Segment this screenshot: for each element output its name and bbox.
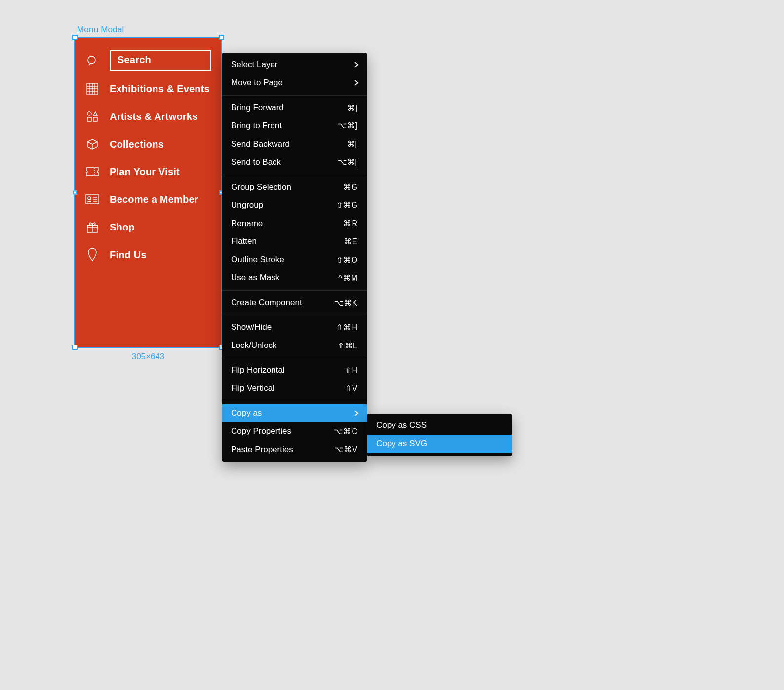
ctx-shortcut: ⇧⌘O bbox=[336, 255, 358, 266]
ctx-item-label: Move to Page bbox=[231, 77, 283, 89]
menu-item-visit[interactable]: Plan Your Visit bbox=[75, 158, 221, 186]
ctx-item-label: Use as Mask bbox=[231, 272, 279, 284]
ctx-bring-forward[interactable]: Bring Forward⌘] bbox=[222, 99, 367, 117]
ctx-shortcut: ^⌘M bbox=[338, 273, 358, 284]
ctx-item-label: Send Backward bbox=[231, 139, 290, 150]
frame-label[interactable]: Menu Modal bbox=[77, 25, 124, 35]
context-menu[interactable]: Select Layer Move to Page Bring Forward⌘… bbox=[222, 53, 367, 462]
ctx-flip-horizontal[interactable]: Flip Horizontal⇧H bbox=[222, 361, 367, 380]
ctx-create-component[interactable]: Create Component⌥⌘K bbox=[222, 294, 367, 312]
chevron-right-icon bbox=[354, 61, 359, 68]
pin-icon bbox=[85, 247, 100, 262]
ctx-section: Flip Horizontal⇧H Flip Vertical⇧V bbox=[222, 358, 367, 401]
ctx-group[interactable]: Group Selection⌘G bbox=[222, 178, 367, 196]
selection-dimensions: 305×643 bbox=[132, 352, 165, 362]
ctx-item-label: Copy as bbox=[231, 408, 262, 419]
ctx-outline-stroke[interactable]: Outline Stroke⇧⌘O bbox=[222, 251, 367, 269]
ctx-send-backward[interactable]: Send Backward⌘[ bbox=[222, 135, 367, 153]
ctx-move-to-page[interactable]: Move to Page bbox=[222, 74, 367, 92]
ctx-item-label: Copy as SVG bbox=[376, 438, 427, 450]
ctx-section: Create Component⌥⌘K bbox=[222, 291, 367, 315]
selection-handle[interactable] bbox=[72, 345, 78, 350]
menu-item-label: Exhibitions & Events bbox=[110, 83, 210, 95]
ctx-shortcut: ⇧⌘H bbox=[336, 322, 358, 333]
menu-item-findus[interactable]: Find Us bbox=[75, 241, 221, 269]
ctx-item-label: Outline Stroke bbox=[231, 254, 284, 266]
ctx-item-label: Copy Properties bbox=[231, 426, 291, 437]
ctx-item-label: Ungroup bbox=[231, 200, 263, 211]
svg-point-17 bbox=[88, 197, 91, 200]
ctx-flip-vertical[interactable]: Flip Vertical⇧V bbox=[222, 380, 367, 398]
ctx-rename[interactable]: Rename⌘R bbox=[222, 215, 367, 233]
svg-marker-10 bbox=[93, 112, 97, 115]
ctx-shortcut: ⌘] bbox=[347, 103, 358, 114]
ctx-item-label: Flip Horizontal bbox=[231, 365, 285, 376]
ctx-lock-unlock[interactable]: Lock/Unlock⇧⌘L bbox=[222, 337, 367, 355]
ctx-item-label: Flatten bbox=[231, 236, 257, 247]
ctx-shortcut: ⇧H bbox=[345, 365, 358, 376]
context-submenu[interactable]: Copy as CSS Copy as SVG bbox=[367, 414, 512, 456]
ctx-bring-to-front[interactable]: Bring to Front⌥⌘] bbox=[222, 117, 367, 135]
ctx-flatten[interactable]: Flatten⌘E bbox=[222, 232, 367, 251]
search-icon bbox=[85, 53, 100, 68]
cube-icon bbox=[85, 137, 100, 152]
chevron-right-icon bbox=[354, 410, 359, 417]
selection-handle[interactable] bbox=[72, 35, 78, 40]
ctx-shortcut: ⌘G bbox=[343, 182, 358, 192]
ctx-shortcut: ⇧V bbox=[345, 383, 358, 394]
ctx-shortcut: ⇧⌘L bbox=[338, 341, 358, 351]
ctx-section: Show/Hide⇧⌘H Lock/Unlock⇧⌘L bbox=[222, 315, 367, 358]
selection-handle[interactable] bbox=[219, 35, 224, 40]
ctx-item-label: Rename bbox=[231, 218, 263, 230]
ctx-item-label: Send to Back bbox=[231, 157, 281, 168]
ctx-section: Copy as Copy Properties⌥⌘C Paste Propert… bbox=[222, 401, 367, 462]
ctx-shortcut: ⌘R bbox=[343, 218, 358, 229]
menu-item-exhibitions[interactable]: Exhibitions & Events bbox=[75, 76, 221, 103]
ctx-use-as-mask[interactable]: Use as Mask^⌘M bbox=[222, 269, 367, 287]
ctx-copy-as[interactable]: Copy as bbox=[222, 404, 367, 422]
ctx-copy-as-svg[interactable]: Copy as SVG bbox=[367, 435, 512, 453]
menu-item-search[interactable]: Search bbox=[75, 47, 221, 76]
svg-rect-11 bbox=[87, 117, 91, 121]
ctx-item-label: Bring Forward bbox=[231, 102, 284, 114]
ctx-copy-properties[interactable]: Copy Properties⌥⌘C bbox=[222, 422, 367, 441]
ctx-item-label: Lock/Unlock bbox=[231, 340, 277, 351]
ctx-paste-properties[interactable]: Paste Properties⌥⌘V bbox=[222, 441, 367, 459]
ctx-copy-as-css[interactable]: Copy as CSS bbox=[367, 417, 512, 435]
menu-item-artists[interactable]: Artists & Artworks bbox=[75, 103, 221, 131]
chevron-right-icon bbox=[354, 79, 359, 86]
menu-item-label: Find Us bbox=[110, 249, 147, 261]
ctx-ungroup[interactable]: Ungroup⇧⌘G bbox=[222, 196, 367, 215]
ctx-item-label: Paste Properties bbox=[231, 444, 293, 456]
menu-item-label: Shop bbox=[110, 222, 135, 233]
idcard-icon bbox=[85, 192, 100, 207]
ctx-shortcut: ⌥⌘K bbox=[334, 298, 358, 308]
menu-item-collections[interactable]: Collections bbox=[75, 131, 221, 158]
menu-item-label: Search bbox=[118, 54, 151, 65]
ctx-section: Group Selection⌘G Ungroup⇧⌘G Rename⌘R Fl… bbox=[222, 175, 367, 291]
ctx-shortcut: ⌥⌘[ bbox=[338, 157, 358, 168]
ctx-item-label: Select Layer bbox=[231, 59, 278, 71]
ctx-item-label: Show/Hide bbox=[231, 322, 272, 333]
ctx-item-label: Bring to Front bbox=[231, 120, 282, 132]
menu-item-member[interactable]: Become a Member bbox=[75, 186, 221, 214]
ctx-show-hide[interactable]: Show/Hide⇧⌘H bbox=[222, 318, 367, 337]
ctx-shortcut: ⌥⌘V bbox=[334, 444, 358, 455]
ctx-section: Select Layer Move to Page bbox=[222, 53, 367, 96]
ctx-item-label: Group Selection bbox=[231, 182, 291, 193]
ctx-shortcut: ⌘[ bbox=[347, 139, 358, 150]
svg-point-0 bbox=[88, 56, 95, 64]
selection-handle[interactable] bbox=[73, 190, 77, 194]
shapes-icon bbox=[85, 109, 100, 124]
ctx-send-to-back[interactable]: Send to Back⌥⌘[ bbox=[222, 153, 367, 172]
menu-item-shop[interactable]: Shop bbox=[75, 214, 221, 241]
menu-item-label: Collections bbox=[110, 139, 164, 150]
ctx-select-layer[interactable]: Select Layer bbox=[222, 56, 367, 74]
ticket-icon bbox=[85, 164, 100, 179]
selected-frame[interactable]: Search Exhibitions & Events Artists & Ar… bbox=[75, 38, 221, 347]
menu-item-label: Artists & Artworks bbox=[110, 111, 197, 122]
menu-item-label: Become a Member bbox=[110, 194, 198, 205]
ctx-shortcut: ⌘E bbox=[344, 236, 358, 247]
ctx-shortcut: ⇧⌘G bbox=[336, 200, 358, 211]
ctx-item-label: Copy as CSS bbox=[376, 420, 427, 431]
